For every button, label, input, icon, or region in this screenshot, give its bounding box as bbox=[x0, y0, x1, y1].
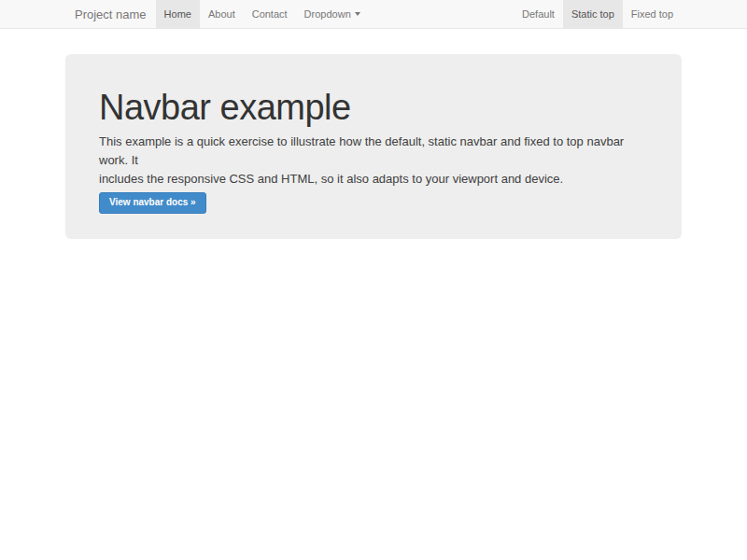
top-navbar: Project name Home About Contact Dropdown… bbox=[0, 0, 747, 29]
nav-item-static-top[interactable]: Static top bbox=[563, 0, 623, 28]
view-navbar-docs-button[interactable]: View navbar docs » bbox=[99, 192, 206, 214]
navbar-left-nav: Home About Contact Dropdown bbox=[156, 0, 369, 28]
navbar-container: Project name Home About Contact Dropdown… bbox=[65, 0, 682, 28]
nav-item-default[interactable]: Default bbox=[514, 0, 563, 28]
nav-item-about[interactable]: About bbox=[200, 0, 244, 28]
nav-item-home[interactable]: Home bbox=[156, 0, 200, 28]
navbar-brand[interactable]: Project name bbox=[65, 0, 156, 28]
jumbotron-description: This example is a quick exercise to illu… bbox=[99, 133, 648, 189]
nav-item-fixed-top[interactable]: Fixed top bbox=[623, 0, 682, 28]
nav-item-dropdown-label: Dropdown bbox=[304, 8, 351, 20]
navbar-right-nav: Default Static top Fixed top bbox=[514, 0, 682, 28]
nav-item-contact[interactable]: Contact bbox=[244, 0, 296, 28]
page-title: Navbar example bbox=[99, 88, 648, 127]
description-line-2: includes the responsive CSS and HTML, so… bbox=[99, 170, 648, 189]
nav-item-dropdown[interactable]: Dropdown bbox=[296, 0, 369, 28]
caret-down-icon bbox=[355, 12, 360, 16]
description-line-1: This example is a quick exercise to illu… bbox=[99, 133, 648, 170]
jumbotron: Navbar example This example is a quick e… bbox=[65, 54, 682, 239]
main-container: Navbar example This example is a quick e… bbox=[65, 54, 682, 239]
